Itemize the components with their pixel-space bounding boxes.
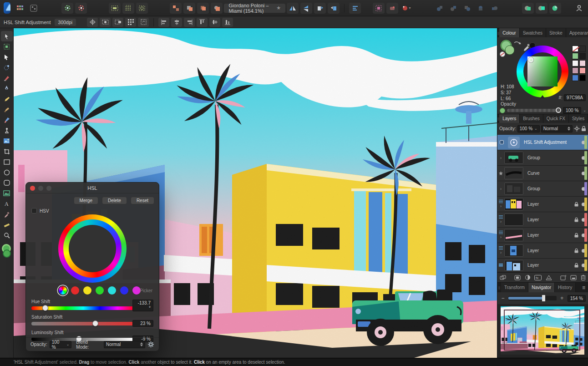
lock-icon[interactable] [574, 233, 578, 238]
blend-mode-dropdown[interactable]: Normal [104, 341, 145, 348]
hue-shift-slider[interactable] [31, 306, 135, 310]
vector-brush-tool[interactable] [1, 104, 13, 115]
move-tool[interactable] [1, 31, 13, 41]
lock-icon[interactable] [581, 126, 586, 132]
rounded-rectangle-tool[interactable] [1, 178, 13, 188]
channel-blue-swatch[interactable] [120, 286, 128, 295]
tab-swatches[interactable]: Swatches [520, 28, 546, 37]
expand-chevron-icon[interactable]: › [500, 250, 502, 255]
layers-gear-icon[interactable] [574, 126, 580, 132]
dpi-button[interactable]: 300dpi [55, 19, 76, 26]
mask-layer-icon[interactable] [514, 275, 521, 280]
panel-grid-icon[interactable] [28, 3, 40, 14]
navigator-zoom-thumb[interactable] [542, 295, 545, 301]
zoom-in-button[interactable]: + [559, 295, 565, 301]
favorite-star-icon[interactable]: ★ [276, 5, 281, 11]
tab-transform[interactable]: Transform [501, 283, 528, 292]
drag-handle-icon[interactable] [499, 264, 503, 267]
colour-opacity-value[interactable]: 100 % [563, 107, 581, 114]
channel-yellow-swatch[interactable] [83, 286, 91, 295]
swatch[interactable] [572, 75, 578, 81]
rectangle-tool[interactable] [1, 157, 13, 167]
minimize-button[interactable] [38, 186, 43, 191]
swatch[interactable] [579, 46, 586, 52]
live-filter-icon[interactable] [546, 275, 552, 280]
align-middle-icon[interactable] [209, 18, 220, 27]
flip-vertical-icon[interactable] [300, 3, 312, 14]
layer-row-curve[interactable]: Curve [497, 166, 588, 181]
pencil-tool[interactable] [1, 94, 13, 104]
arrange-back-icon[interactable] [170, 3, 182, 14]
snap-object-icon[interactable] [136, 3, 148, 14]
align-center-icon[interactable] [171, 18, 182, 27]
hsl-dialog-titlebar[interactable]: HSL [26, 183, 159, 193]
snap-option-3-icon[interactable] [461, 3, 473, 14]
navigator-zoom-slider[interactable] [508, 296, 557, 300]
tab-history[interactable]: History [555, 283, 576, 292]
lock-icon[interactable] [574, 263, 578, 268]
tab-stroke[interactable]: Stroke [546, 28, 566, 37]
swatch[interactable] [572, 53, 578, 59]
drag-handle-icon[interactable] [499, 215, 503, 219]
expand-chevron-icon[interactable]: › [500, 235, 502, 239]
arrange-forward-icon[interactable] [197, 3, 209, 14]
align-bottom-icon[interactable] [222, 18, 233, 27]
edit-all-layers-icon[interactable] [125, 18, 136, 27]
snap-option-4-icon[interactable] [475, 3, 487, 14]
layer-row[interactable]: › Layer [497, 228, 588, 243]
document-title[interactable]: Giordano Poloni – Miami (154.1%) ★ [223, 3, 286, 13]
layers-blend-dropdown[interactable]: Normal [541, 125, 573, 132]
swatch[interactable] [572, 60, 578, 66]
lock-icon[interactable] [574, 248, 578, 253]
layer-row-group[interactable]: › Group [497, 150, 588, 166]
node-tool[interactable] [1, 52, 13, 62]
hue-wheel[interactable] [58, 214, 127, 283]
layer-checkbox[interactable] [500, 140, 504, 144]
hue-shift-value[interactable]: -133.7 ° [132, 300, 153, 311]
navigator-zoom-value[interactable]: 154 % [568, 295, 586, 302]
boolean-divide-icon[interactable] [549, 3, 561, 14]
artboard-tool[interactable] [1, 41, 13, 52]
settings-gear-red-icon[interactable] [75, 3, 87, 14]
drag-handle-icon[interactable] [499, 246, 503, 249]
channel-green-swatch[interactable] [96, 286, 104, 295]
account-icon[interactable] [573, 3, 585, 14]
measure-tool[interactable] [1, 219, 13, 230]
expand-chevron-icon[interactable]: › [500, 156, 502, 160]
colour-wheel[interactable] [517, 46, 568, 97]
colour-opacity-slider[interactable] [507, 109, 561, 112]
hsv-checkbox[interactable] [31, 208, 37, 214]
hex-value-field[interactable]: 97C98A [564, 94, 586, 101]
place-image-tool[interactable] [1, 136, 13, 146]
hsl-dialog[interactable]: HSL Merge Delete Reset HSV Picker Hue Sh… [25, 182, 159, 351]
saturation-shift-slider[interactable] [31, 322, 135, 325]
colour-opacity-thumb[interactable] [556, 107, 561, 113]
panel-grip[interactable]: || [497, 283, 501, 292]
snap-option-5-icon[interactable] [488, 3, 500, 14]
settings-gear-green-icon[interactable] [61, 3, 73, 14]
snap-option-2-icon[interactable] [447, 3, 459, 14]
swatch[interactable] [579, 67, 586, 74]
boolean-subtract-icon[interactable] [536, 3, 547, 14]
drag-handle-icon[interactable] [499, 231, 503, 234]
drag-handle-icon[interactable] [499, 200, 503, 203]
expand-chevron-icon[interactable]: › [500, 187, 502, 191]
fill-stroke-swatch[interactable] [1, 244, 12, 258]
tab-quick-fx[interactable]: Quick FX [543, 114, 569, 123]
paint-brush-tool[interactable] [1, 115, 13, 125]
layer-row[interactable]: Layer [497, 259, 588, 272]
picker-button[interactable]: Picker [140, 288, 152, 293]
arrange-front-icon[interactable] [211, 3, 223, 14]
rotate-left-icon[interactable] [314, 3, 326, 14]
tab-appearance[interactable]: Appearance [566, 28, 588, 37]
swatch[interactable] [572, 67, 578, 74]
layer-row-group[interactable]: › Group [497, 181, 588, 197]
saturation-shift-value[interactable]: 23 % [132, 320, 153, 327]
saturation-shift-thumb[interactable] [92, 320, 98, 326]
align-left-icon[interactable] [158, 18, 169, 27]
insert-inside-icon[interactable] [373, 3, 385, 14]
chevron-down-icon[interactable]: ⌄ [583, 108, 586, 112]
navigator-view-rectangle[interactable] [504, 310, 580, 351]
transform-origin-icon[interactable] [87, 18, 98, 27]
expand-chevron-icon[interactable]: › [500, 219, 502, 224]
